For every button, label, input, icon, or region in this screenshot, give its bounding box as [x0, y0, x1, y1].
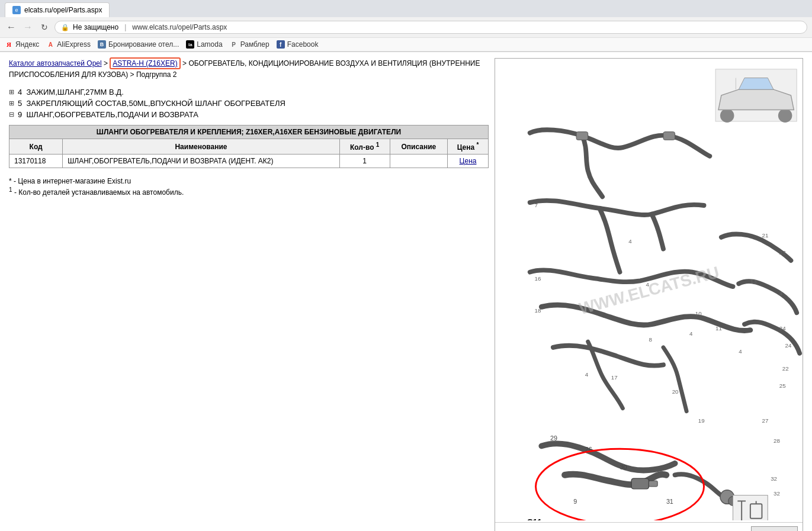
connector-2: [663, 132, 675, 140]
expand-icon-9[interactable]: ⊟: [9, 111, 14, 118]
table-group-header: ШЛАНГИ ОБОГРЕВАТЕЛЯ И КРЕПЛЕНИЯ; Z16XER,…: [9, 125, 489, 139]
col-header-desc: Описание: [390, 139, 447, 155]
label-24a: 24: [779, 325, 786, 332]
back-button[interactable]: Назад: [751, 526, 798, 531]
label-4e: 4: [689, 330, 693, 337]
bookmark-yandex-label: Яндекс: [15, 40, 39, 49]
label-19: 19: [698, 417, 705, 424]
url-text: www.elcats.ru/opel/Parts.aspx: [132, 23, 227, 31]
parts-diagram-svg: 2 3 1 6 4 12 14 15: [495, 59, 803, 520]
label-4d: 4: [779, 290, 783, 297]
hose-right-1: [721, 234, 791, 261]
hose-mid-branch: [599, 208, 620, 272]
label-24b: 24: [785, 342, 792, 349]
tabs-row: e elcats.ru/opel/Parts.aspx: [0, 0, 812, 17]
label-31: 31: [666, 498, 673, 505]
col-header-price: Цена *: [448, 139, 489, 155]
car-thumbnail: [715, 69, 797, 123]
table-row: 13170118 ШЛАНГ,ОБОГРЕВАТЕЛЬ,ПОДАЧИ И ВОЗ…: [9, 155, 489, 168]
cell-price: Цена: [448, 155, 489, 168]
hose-right-2: [739, 281, 797, 313]
label-8: 8: [649, 336, 653, 343]
active-tab[interactable]: e elcats.ru/opel/Parts.aspx: [5, 2, 110, 17]
label-16: 16: [535, 275, 541, 282]
label-4b: 4: [585, 371, 589, 378]
price-link[interactable]: Цена: [460, 157, 477, 165]
tab-title: elcats.ru/opel/Parts.aspx: [24, 6, 102, 14]
menu-tree: ⊞ 4 ЗАЖИМ,ШЛАНГ,27ММ В.Д. ⊞ 5 ЗАКРЕПЛЯЮЩ…: [9, 88, 489, 119]
label-7: 7: [535, 202, 538, 208]
bookmark-aliexpress[interactable]: A AliExpress: [46, 40, 91, 49]
cell-desc: [390, 155, 447, 168]
label-29: 29: [550, 435, 557, 442]
bookmark-bronirование-label: Бронирование отел...: [108, 40, 179, 49]
hose-lower-1: [530, 270, 733, 287]
label-4f: 4: [646, 281, 650, 288]
breadcrumb: Каталог автозапчастей Opel > ASTRA-H (Z1…: [9, 58, 489, 81]
hose-bottom-main: [541, 443, 675, 470]
bookmark-yandex[interactable]: Я Яндекс: [5, 40, 39, 49]
notes-section: * - Цена в интернет-магазине Exist.ru 1 …: [9, 177, 489, 197]
parts-table: ШЛАНГИ ОБОГРЕВАТЕЛЯ И КРЕПЛЕНИЯ; Z16XER,…: [9, 125, 489, 168]
bookmark-bronirование[interactable]: В Бронирование отел...: [98, 40, 179, 49]
tool-icon-group: 5: [733, 495, 768, 520]
cell-name: ШЛАНГ,ОБОГРЕВАТЕЛЬ,ПОДАЧИ И ВОЗВРАТА (ИД…: [63, 155, 339, 168]
breadcrumb-link-astra[interactable]: ASTRA-H (Z16XER): [110, 57, 180, 69]
diagram-area: WWW.ELCATS.RU 2 3 1 6 4: [495, 59, 803, 522]
menu-text-9: 9 ШЛАНГ,ОБОГРЕВАТЕЛЬ,ПОДАЧИ И ВОЗВРАТА: [18, 110, 198, 119]
svg-rect-4: [631, 478, 649, 489]
c11-label: C11: [527, 517, 542, 520]
label-4c: 4: [739, 348, 742, 355]
menu-item-4: ⊞ 4 ЗАЖИМ,ШЛАНГ,27ММ В.Д.: [9, 88, 489, 96]
forward-nav-button[interactable]: →: [21, 21, 34, 34]
browser-toolbar: ← → ↻ 🔒 Не защищено | www.elcats.ru/opel…: [0, 17, 812, 37]
label-21: 21: [762, 232, 768, 239]
page-content: Каталог автозапчастей Opel > ASTRA-H (Z1…: [0, 52, 812, 531]
expand-icon-4[interactable]: ⊞: [9, 88, 14, 96]
menu-item-9: ⊟ 9 ШЛАНГ,ОБОГРЕВАТЕЛЬ,ПОДАЧИ И ВОЗВРАТА: [9, 110, 489, 119]
col-header-name: Наименование: [63, 139, 339, 155]
yandex-icon: Я: [5, 40, 13, 49]
left-panel: Каталог автозапчастей Opel > ASTRA-H (Z1…: [9, 58, 495, 531]
bookmark-lamoda-label: Lamoda: [197, 40, 222, 49]
hose-mid-1: [530, 201, 704, 215]
menu-text-5: 5 ЗАКРЕПЛЯЮЩИЙ СОСТАВ,50ML,ВПУСКНОЙ ШЛАН…: [18, 99, 285, 108]
bookmark-facebook[interactable]: f Facebook: [277, 40, 319, 49]
vk-icon: В: [98, 40, 106, 49]
tab-favicon: e: [12, 6, 21, 14]
label-28: 28: [774, 438, 780, 445]
label-17: 17: [611, 374, 618, 381]
col-header-qty: Кол-во 1: [339, 139, 390, 155]
bookmark-lamoda[interactable]: la Lamoda: [186, 40, 222, 49]
note-1: * - Цена в интернет-магазине Exist.ru: [9, 177, 489, 185]
connector-1: [576, 132, 588, 140]
svg-point-1: [720, 108, 734, 123]
bookmark-rambler[interactable]: Р Рамблер: [230, 40, 269, 49]
label-25: 25: [779, 382, 786, 389]
hose-upper-1: [530, 130, 710, 156]
address-bar[interactable]: 🔒 Не защищено | www.elcats.ru/opel/Parts…: [54, 21, 807, 34]
svg-point-2: [778, 108, 792, 123]
refresh-button[interactable]: ↻: [38, 21, 51, 34]
right-panel: WWW.ELCATS.RU 2 3 1 6 4: [495, 58, 803, 531]
note-2: 1 - Кол-во деталей устанавливаемых на ав…: [9, 186, 489, 197]
menu-item-5: ⊞ 5 ЗАКРЕПЛЯЮЩИЙ СОСТАВ,50ML,ВПУСКНОЙ ШЛ…: [9, 99, 489, 108]
bookmark-facebook-label: Facebook: [287, 40, 319, 49]
breadcrumb-link-catalog[interactable]: Каталог автозапчастей Opel: [9, 59, 102, 67]
browser-chrome: e elcats.ru/opel/Parts.aspx ← → ↻ 🔒 Не з…: [0, 0, 812, 52]
hose-complex-2: [553, 346, 663, 366]
expand-icon-5[interactable]: ⊞: [9, 99, 14, 107]
breadcrumb-subgroup: Подгруппа 2: [136, 70, 177, 79]
separator: |: [124, 23, 126, 31]
back-button-container: Назад: [495, 522, 803, 531]
label-27: 27: [762, 417, 768, 424]
label-23: 23: [779, 249, 786, 256]
label-4g: 4: [628, 238, 632, 244]
cell-qty: 1: [339, 155, 390, 168]
svg-rect-5: [649, 481, 658, 487]
bookmark-rambler-label: Рамблер: [240, 40, 269, 49]
hose-mid-branch-2: [651, 214, 663, 249]
back-nav-button[interactable]: ←: [5, 21, 18, 34]
security-icon: 🔒: [61, 24, 69, 31]
label-13: 13: [750, 278, 757, 285]
